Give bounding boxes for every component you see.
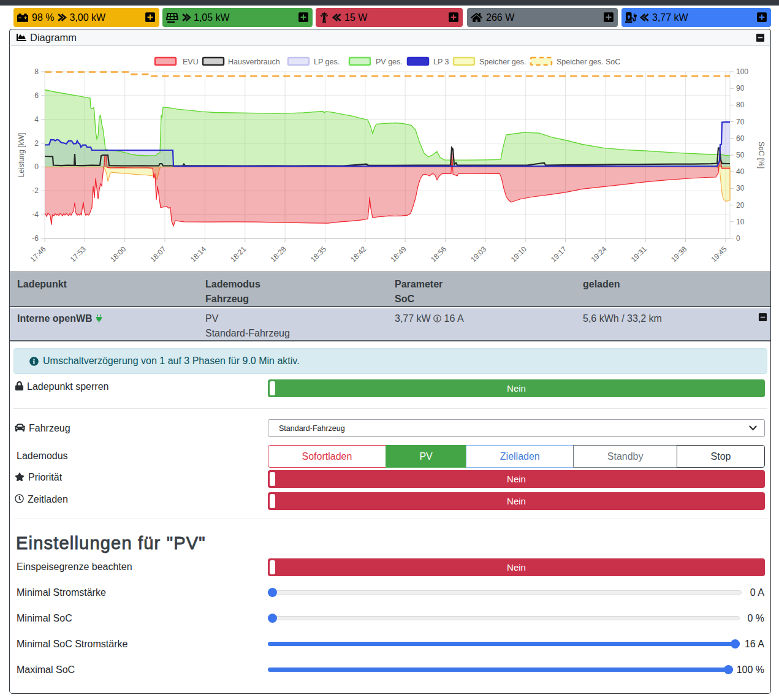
svg-text:4: 4 — [34, 115, 39, 124]
svg-text:50: 50 — [736, 151, 745, 159]
svg-text:Speicher ges. SoC: Speicher ges. SoC — [557, 58, 620, 66]
svg-text:Hausverbrauch: Hausverbrauch — [228, 58, 280, 66]
svg-text:18:07: 18:07 — [148, 245, 167, 264]
svg-text:Leistung [kW]: Leistung [kW] — [17, 133, 26, 178]
svg-text:19:31: 19:31 — [629, 245, 648, 264]
svg-text:EVU: EVU — [183, 58, 199, 66]
svg-text:18:35: 18:35 — [309, 245, 328, 264]
svg-text:0: 0 — [34, 162, 39, 171]
svg-text:LP 3: LP 3 — [433, 58, 449, 66]
svg-text:20: 20 — [736, 201, 745, 210]
svg-text:18:42: 18:42 — [349, 245, 368, 264]
svg-text:60: 60 — [736, 134, 745, 143]
svg-text:17:53: 17:53 — [69, 245, 88, 264]
svg-text:0: 0 — [736, 234, 740, 243]
svg-text:LP ges.: LP ges. — [314, 58, 340, 66]
svg-text:Speicher ges.: Speicher ges. — [479, 58, 526, 66]
svg-text:-2: -2 — [32, 186, 39, 195]
svg-text:19:17: 19:17 — [549, 245, 568, 264]
svg-text:70: 70 — [736, 118, 745, 126]
svg-text:30: 30 — [736, 184, 745, 192]
svg-text:-4: -4 — [32, 210, 39, 219]
svg-text:18:21: 18:21 — [229, 245, 248, 264]
svg-text:18:49: 18:49 — [389, 245, 408, 264]
svg-text:80: 80 — [736, 101, 745, 109]
svg-text:40: 40 — [736, 167, 745, 176]
svg-text:18:14: 18:14 — [189, 245, 208, 264]
svg-text:19:24: 19:24 — [589, 245, 608, 264]
svg-text:19:03: 19:03 — [469, 245, 488, 264]
svg-text:18:00: 18:00 — [108, 245, 127, 264]
svg-text:90: 90 — [736, 84, 745, 93]
svg-text:19:45: 19:45 — [709, 245, 728, 264]
svg-text:-6: -6 — [32, 234, 39, 243]
svg-text:19:10: 19:10 — [509, 245, 528, 264]
svg-text:SoC [%]: SoC [%] — [757, 142, 766, 169]
svg-text:8: 8 — [34, 67, 39, 76]
svg-text:19:38: 19:38 — [669, 245, 688, 264]
svg-text:6: 6 — [34, 91, 39, 100]
svg-text:18:28: 18:28 — [269, 245, 288, 264]
svg-text:10: 10 — [736, 218, 745, 226]
svg-text:18:56: 18:56 — [429, 245, 448, 264]
svg-text:100: 100 — [736, 67, 748, 76]
svg-text:2: 2 — [34, 139, 39, 148]
svg-text:17:46: 17:46 — [28, 245, 47, 264]
svg-text:PV ges.: PV ges. — [376, 58, 403, 66]
